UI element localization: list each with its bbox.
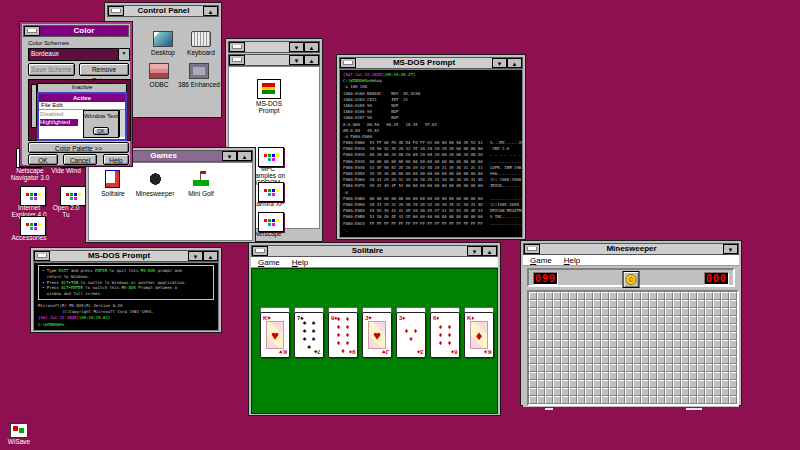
control-menu-button[interactable] <box>524 244 540 254</box>
mine-cell[interactable] <box>657 292 665 300</box>
mine-cell[interactable] <box>553 372 561 380</box>
mine-cell[interactable] <box>585 308 593 316</box>
mine-cell[interactable] <box>649 308 657 316</box>
mine-cell[interactable] <box>561 332 569 340</box>
mine-cell[interactable] <box>673 380 681 388</box>
mine-cell[interactable] <box>657 316 665 324</box>
mine-cell[interactable] <box>689 308 697 316</box>
mine-cell[interactable] <box>577 372 585 380</box>
mine-cell[interactable] <box>617 396 625 404</box>
mine-cell[interactable] <box>625 372 633 380</box>
mine-cell[interactable] <box>569 300 577 308</box>
group-maximize-button[interactable]: ▲ <box>304 55 319 65</box>
mine-cell[interactable] <box>601 332 609 340</box>
mine-cell[interactable] <box>665 372 673 380</box>
mine-cell[interactable] <box>545 316 553 324</box>
mine-cell[interactable] <box>713 340 721 348</box>
mine-cell[interactable] <box>697 388 705 396</box>
mine-cell[interactable] <box>673 332 681 340</box>
mine-cell[interactable] <box>689 340 697 348</box>
mine-cell[interactable] <box>577 348 585 356</box>
maximize-button[interactable]: ▲ <box>482 246 497 256</box>
minimize-button[interactable]: ▼ <box>188 251 203 261</box>
mine-cell[interactable] <box>601 324 609 332</box>
program-group-icon[interactable] <box>258 182 284 202</box>
mine-cell[interactable] <box>649 292 657 300</box>
mine-cell[interactable] <box>569 348 577 356</box>
control-menu-button[interactable] <box>24 26 40 36</box>
mine-cell[interactable] <box>577 340 585 348</box>
mine-cell[interactable] <box>609 380 617 388</box>
control-menu-button[interactable] <box>229 42 245 52</box>
mine-cell[interactable] <box>593 292 601 300</box>
color-scheme-combobox[interactable]: Bordeaux ▼ <box>28 48 130 61</box>
mine-cell[interactable] <box>673 292 681 300</box>
mine-cell[interactable] <box>625 348 633 356</box>
mine-cell[interactable] <box>553 300 561 308</box>
mine-cell[interactable] <box>609 364 617 372</box>
mine-cell[interactable] <box>593 380 601 388</box>
mine-cell[interactable] <box>633 340 641 348</box>
mine-cell[interactable] <box>625 308 633 316</box>
mine-cell[interactable] <box>649 316 657 324</box>
mine-cell[interactable] <box>545 308 553 316</box>
mine-cell[interactable] <box>537 316 545 324</box>
mine-cell[interactable] <box>561 372 569 380</box>
mine-cell[interactable] <box>649 324 657 332</box>
mine-cell[interactable] <box>625 396 633 404</box>
mine-cell[interactable] <box>553 308 561 316</box>
mine-cell[interactable] <box>545 396 553 404</box>
mine-cell[interactable] <box>705 324 713 332</box>
mine-cell[interactable] <box>529 340 537 348</box>
mine-cell[interactable] <box>609 388 617 396</box>
mine-cell[interactable] <box>641 308 649 316</box>
mine-cell[interactable] <box>649 300 657 308</box>
mine-cell[interactable] <box>681 340 689 348</box>
control-menu-button[interactable] <box>108 6 124 16</box>
mine-cell[interactable] <box>689 292 697 300</box>
control-menu-button[interactable] <box>34 251 50 261</box>
mine-cell[interactable] <box>713 308 721 316</box>
mine-cell[interactable] <box>697 324 705 332</box>
mine-cell[interactable] <box>553 332 561 340</box>
mine-cell[interactable] <box>569 292 577 300</box>
mine-cell[interactable] <box>633 364 641 372</box>
menu-help[interactable]: Help <box>564 256 580 265</box>
mine-cell[interactable] <box>649 340 657 348</box>
mine-cell[interactable] <box>553 292 561 300</box>
mine-cell[interactable] <box>577 292 585 300</box>
msdos-bottom-terminal[interactable]: • Type EXIT and press ENTER to quit this… <box>33 262 219 331</box>
mine-cell[interactable] <box>729 332 737 340</box>
mine-cell[interactable] <box>689 300 697 308</box>
mine-cell[interactable] <box>537 308 545 316</box>
mine-cell[interactable] <box>569 340 577 348</box>
mine-cell[interactable] <box>721 372 729 380</box>
mine-cell[interactable] <box>673 300 681 308</box>
mine-cell[interactable] <box>569 324 577 332</box>
mine-cell[interactable] <box>529 292 537 300</box>
mine-cell[interactable] <box>721 364 729 372</box>
mine-cell[interactable] <box>625 356 633 364</box>
mine-cell[interactable] <box>689 356 697 364</box>
mine-cell[interactable] <box>713 292 721 300</box>
mine-cell[interactable] <box>705 316 713 324</box>
group-minimize-button[interactable]: ▼ <box>289 55 304 65</box>
mine-cell[interactable] <box>577 300 585 308</box>
mine-cell[interactable] <box>561 324 569 332</box>
mine-cell[interactable] <box>537 340 545 348</box>
mine-cell[interactable] <box>569 316 577 324</box>
maximize-button[interactable]: ▲ <box>203 251 218 261</box>
mine-cell[interactable] <box>705 364 713 372</box>
mine-cell[interactable] <box>545 324 553 332</box>
mine-cell[interactable] <box>609 324 617 332</box>
mine-cell[interactable] <box>729 364 737 372</box>
mine-cell[interactable] <box>537 356 545 364</box>
mine-cell[interactable] <box>641 292 649 300</box>
mine-cell[interactable] <box>729 348 737 356</box>
mine-cell[interactable] <box>585 292 593 300</box>
maximize-button[interactable]: ▲ <box>507 58 522 68</box>
mine-cell[interactable] <box>649 380 657 388</box>
mine-cell[interactable] <box>561 348 569 356</box>
mine-cell[interactable] <box>721 388 729 396</box>
mine-cell[interactable] <box>689 332 697 340</box>
